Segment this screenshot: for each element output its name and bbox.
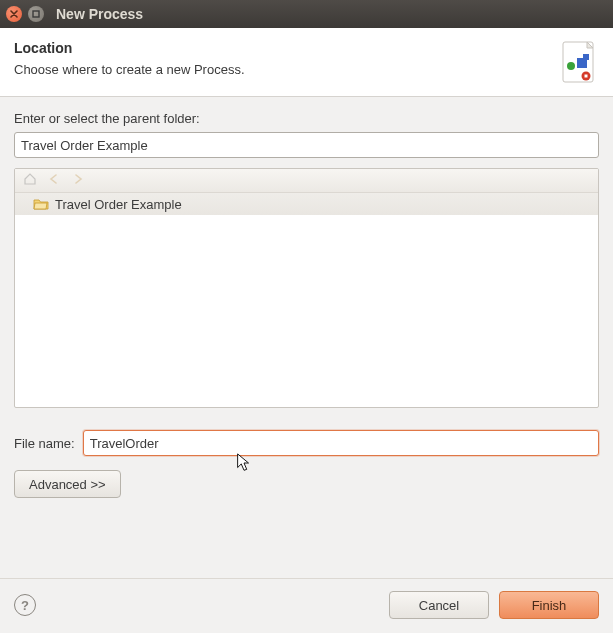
parent-folder-label: Enter or select the parent folder: xyxy=(14,111,599,126)
dialog-body: Location Choose where to create a new Pr… xyxy=(0,28,613,508)
folder-icon xyxy=(33,197,49,211)
page-title: Location xyxy=(14,40,245,56)
minimize-window-button[interactable] xyxy=(28,6,44,22)
home-icon[interactable] xyxy=(23,172,37,189)
main-area: Enter or select the parent folder: xyxy=(0,97,613,508)
titlebar: New Process xyxy=(0,0,613,28)
help-button[interactable]: ? xyxy=(14,594,36,616)
parent-folder-input[interactable] xyxy=(14,132,599,158)
finish-button[interactable]: Finish xyxy=(499,591,599,619)
back-icon[interactable] xyxy=(47,172,61,189)
filename-input[interactable] xyxy=(83,430,599,456)
folder-tree: Travel Order Example xyxy=(14,168,599,408)
svg-rect-6 xyxy=(585,75,588,78)
page-subtitle: Choose where to create a new Process. xyxy=(14,62,245,77)
header-text: Location Choose where to create a new Pr… xyxy=(14,40,245,77)
window-controls xyxy=(6,6,44,22)
forward-icon[interactable] xyxy=(71,172,85,189)
window-title: New Process xyxy=(56,6,143,22)
close-window-button[interactable] xyxy=(6,6,22,22)
dialog-footer: ? Cancel Finish xyxy=(0,578,613,633)
svg-rect-0 xyxy=(33,11,39,17)
cancel-button[interactable]: Cancel xyxy=(389,591,489,619)
dialog-header: Location Choose where to create a new Pr… xyxy=(0,28,613,97)
svg-point-2 xyxy=(567,62,575,70)
tree-item-label: Travel Order Example xyxy=(55,197,182,212)
advanced-button[interactable]: Advanced >> xyxy=(14,470,121,498)
tree-item[interactable]: Travel Order Example xyxy=(15,193,598,215)
wizard-icon xyxy=(559,40,599,84)
svg-rect-4 xyxy=(583,54,589,60)
tree-toolbar xyxy=(15,169,598,193)
filename-row: File name: xyxy=(14,430,599,456)
tree-list[interactable]: Travel Order Example xyxy=(15,193,598,407)
advanced-row: Advanced >> xyxy=(14,470,599,498)
footer-buttons: Cancel Finish xyxy=(389,591,599,619)
filename-label: File name: xyxy=(14,436,75,451)
